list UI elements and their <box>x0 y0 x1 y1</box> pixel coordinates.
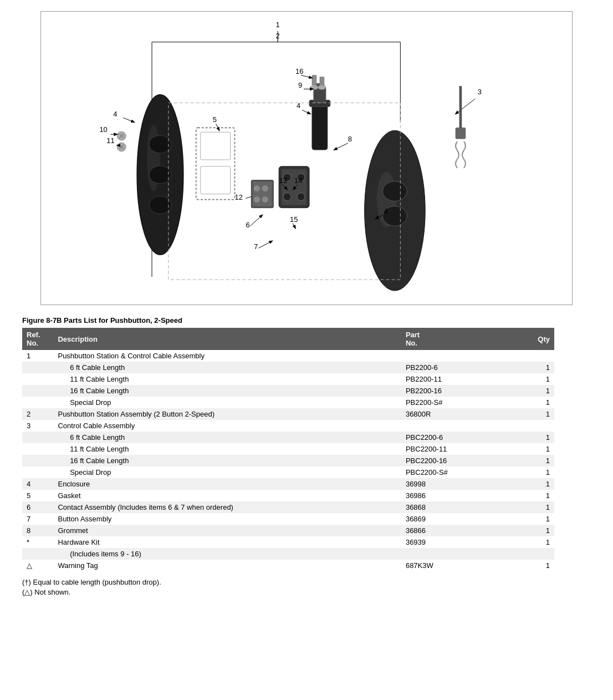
qty-cell: 1 <box>513 362 554 373</box>
svg-rect-59 <box>201 166 231 194</box>
qty-cell: 1 <box>513 478 554 490</box>
svg-rect-52 <box>253 182 272 206</box>
ref-cell <box>22 432 53 443</box>
svg-text:15: 15 <box>290 215 298 224</box>
qty-cell: 1 <box>513 501 554 513</box>
part-cell: PBC2200-S# <box>401 466 513 478</box>
ref-cell: 6 <box>22 501 53 513</box>
svg-point-11 <box>382 181 407 201</box>
ref-cell: 5 <box>22 490 53 501</box>
header-qty: Qty <box>513 328 554 350</box>
ref-cell <box>22 362 53 373</box>
desc-cell: Enclosure <box>53 478 401 490</box>
part-cell: 36800R <box>401 408 513 420</box>
part-cell: 36986 <box>401 490 513 501</box>
desc-cell: Special Drop <box>53 466 401 478</box>
ref-cell <box>22 385 53 397</box>
svg-text:16: 16 <box>295 67 303 75</box>
svg-point-54 <box>262 186 268 191</box>
footnotes: (†) Equal to cable length (pushbutton dr… <box>22 578 591 596</box>
svg-text:5: 5 <box>213 115 217 124</box>
ref-cell: 7 <box>22 513 53 525</box>
desc-cell: 16 ft Cable Length <box>53 455 401 466</box>
svg-text:13: 13 <box>279 176 287 185</box>
svg-line-68 <box>123 118 134 122</box>
ref-cell <box>22 373 53 385</box>
table-row: (Includes items 9 - 16) <box>22 548 554 560</box>
desc-cell: Pushbutton Station & Control Cable Assem… <box>53 350 401 362</box>
table-row: 6 Contact Assembly (Includes items 6 & 7… <box>22 501 554 513</box>
svg-rect-19 <box>312 100 328 150</box>
svg-line-46 <box>250 215 262 226</box>
svg-text:10: 10 <box>99 125 107 134</box>
svg-line-36 <box>334 143 348 150</box>
svg-line-44 <box>293 224 295 229</box>
table-row: 7 Button Assembly 36869 1 <box>22 513 554 525</box>
footnote-1: (†) Equal to cable length (pushbutton dr… <box>22 578 591 586</box>
qty-cell: 1 <box>513 466 554 478</box>
parts-diagram: 1 2 3 <box>40 11 573 305</box>
svg-rect-57 <box>196 128 235 200</box>
ref-cell <box>22 443 53 455</box>
desc-cell: 6 ft Cable Length <box>53 432 401 443</box>
table-row: * Hardware Kit 36939 1 <box>22 536 554 548</box>
svg-point-17 <box>283 193 291 201</box>
svg-rect-58 <box>201 132 231 160</box>
svg-point-65 <box>149 166 171 184</box>
table-row: △ Warning Tag 687K3W 1 <box>22 560 554 571</box>
svg-rect-79 <box>459 86 462 130</box>
part-cell: PB2200-S# <box>401 397 513 408</box>
ref-cell: 2 <box>22 408 53 420</box>
table-row: 8 Grommet 36866 1 <box>22 525 554 536</box>
part-cell: PBC2200-11 <box>401 443 513 455</box>
qty-cell: 1 <box>513 397 554 408</box>
svg-line-30 <box>301 75 312 78</box>
desc-cell: Contact Assembly (Includes items 6 & 7 w… <box>53 501 401 513</box>
desc-cell: 6 ft Cable Length <box>53 362 401 373</box>
table-row: Special Drop PBC2200-S# 1 <box>22 466 554 478</box>
svg-text:14: 14 <box>294 176 302 185</box>
desc-cell: 16 ft Cable Length <box>53 385 401 397</box>
part-cell: 36939 <box>401 536 513 548</box>
svg-text:11: 11 <box>106 136 114 145</box>
table-row: 5 Gasket 36986 1 <box>22 490 554 501</box>
table-row: 3 Control Cable Assembly <box>22 420 554 432</box>
svg-text:8: 8 <box>348 135 352 143</box>
footnote-2: (△) Not shown. <box>22 588 591 596</box>
ref-cell: 3 <box>22 420 53 432</box>
part-cell <box>401 350 513 362</box>
table-row: 11 ft Cable Length PB2200-11 1 <box>22 373 554 385</box>
desc-cell: (Includes items 9 - 16) <box>53 548 401 560</box>
part-cell: 36866 <box>401 525 513 536</box>
desc-cell: Hardware Kit <box>53 536 401 548</box>
svg-point-18 <box>297 193 305 201</box>
svg-text:6: 6 <box>246 221 249 229</box>
header-ref: Ref. No. <box>22 328 53 350</box>
desc-cell: Button Assembly <box>53 513 401 525</box>
part-cell: PBC2200-16 <box>401 455 513 466</box>
desc-cell: Grommet <box>53 525 401 536</box>
part-cell <box>401 420 513 432</box>
table-row: 11 ft Cable Length PBC2200-11 1 <box>22 443 554 455</box>
svg-text:3: 3 <box>478 88 482 96</box>
desc-cell: Pushbutton Station Assembly (2 Button 2-… <box>53 408 401 420</box>
ref-cell: 1 <box>22 350 53 362</box>
svg-point-55 <box>254 197 259 202</box>
svg-text:4: 4 <box>113 110 117 118</box>
svg-text:12: 12 <box>234 193 242 201</box>
qty-cell <box>513 350 554 362</box>
part-cell: 687K3W <box>401 560 513 571</box>
svg-text:7: 7 <box>254 242 258 251</box>
table-row: 1 Pushbutton Station & Control Cable Ass… <box>22 350 554 362</box>
part-cell: 36998 <box>401 478 513 490</box>
qty-cell: 1 <box>513 443 554 455</box>
table-row: 16 ft Cable Length PB2200-16 1 <box>22 385 554 397</box>
qty-cell: 1 <box>513 525 554 536</box>
part-cell: 36869 <box>401 513 513 525</box>
svg-line-34 <box>302 110 310 114</box>
desc-cell: Control Cable Assembly <box>53 420 401 432</box>
part-cell: PB2200-16 <box>401 385 513 397</box>
svg-line-8 <box>456 99 475 114</box>
qty-cell: 1 <box>513 455 554 466</box>
svg-text:4: 4 <box>384 207 387 215</box>
